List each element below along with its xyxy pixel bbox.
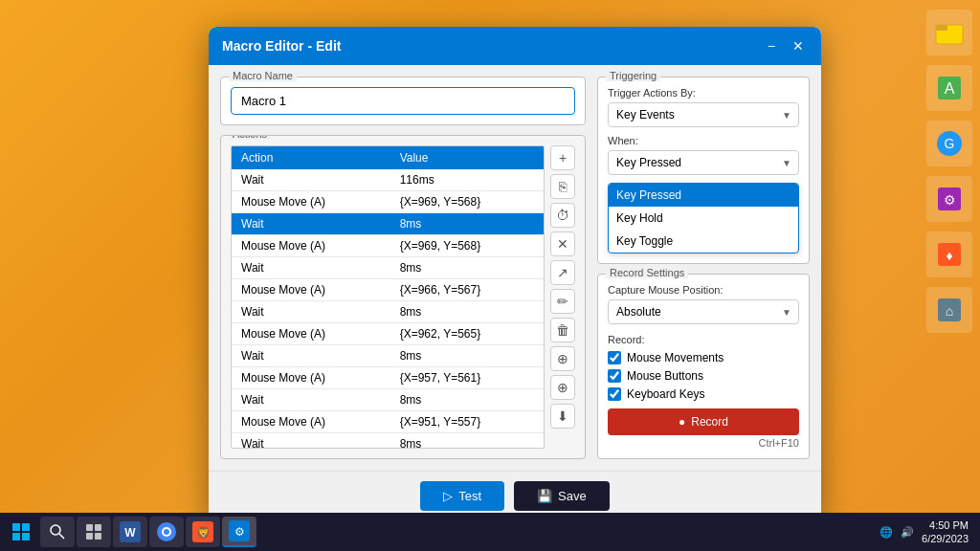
table-row[interactable]: Wait8ms bbox=[232, 257, 544, 279]
action-sidebar: + ⎘ ⏱ ✕ ↗ ✏ 🗑 ⊕ ⊕ ⬇ bbox=[550, 145, 575, 449]
dropdown-item-key-pressed[interactable]: Key Pressed bbox=[609, 184, 798, 207]
minimize-button[interactable]: − bbox=[762, 36, 781, 55]
modal-title: Macro Editor - Edit bbox=[222, 38, 341, 54]
table-row[interactable]: Mouse Move (A){X=969, Y=568} bbox=[232, 235, 544, 257]
edit-action-btn[interactable]: ✏ bbox=[550, 289, 575, 314]
keyboard-keys-checkbox[interactable] bbox=[608, 387, 621, 401]
mouse-buttons-label: Mouse Buttons bbox=[627, 369, 703, 383]
svg-text:W: W bbox=[124, 526, 136, 540]
table-row[interactable]: Mouse Move (A){X=951, Y=557} bbox=[232, 411, 544, 433]
bottom-btn[interactable]: ⬇ bbox=[550, 404, 575, 429]
svg-rect-13 bbox=[22, 523, 30, 531]
cell-value: 8ms bbox=[390, 433, 544, 450]
desktop-icon-4[interactable]: ⚙ bbox=[926, 176, 972, 222]
svg-rect-12 bbox=[12, 523, 20, 531]
close-button[interactable]: ✕ bbox=[789, 36, 808, 55]
mouse-movements-label: Mouse Movements bbox=[627, 351, 724, 364]
svg-rect-21 bbox=[95, 533, 101, 540]
modal-titlebar: Macro Editor - Edit − ✕ bbox=[209, 27, 821, 65]
desktop-icon-3[interactable]: G bbox=[926, 121, 972, 166]
triggering-section: Triggering Trigger Actions By: Key Event… bbox=[597, 77, 810, 264]
actions-section: Actions Action Value Wait116msMouse Move… bbox=[220, 135, 586, 459]
checkbox-keyboard-keys: Keyboard Keys bbox=[608, 387, 799, 401]
cell-value: {X=957, Y=561} bbox=[390, 367, 544, 389]
trigger-by-select[interactable]: Key Events Mouse Events Timer bbox=[608, 102, 799, 127]
record-shortcut: Ctrl+F10 bbox=[608, 437, 799, 449]
macro-name-label: Macro Name bbox=[229, 70, 297, 81]
capture-select-wrap: Absolute Relative ▼ bbox=[608, 299, 799, 324]
desktop-icon-2[interactable]: A bbox=[926, 65, 972, 111]
taskbar-brave[interactable]: 🦁 bbox=[186, 517, 220, 547]
cell-value: 8ms bbox=[390, 257, 544, 279]
cell-action: Wait bbox=[232, 433, 390, 450]
table-row[interactable]: Mouse Move (A){X=962, Y=565} bbox=[232, 323, 544, 345]
mouse-movements-checkbox[interactable] bbox=[608, 351, 621, 364]
mouse-buttons-checkbox[interactable] bbox=[608, 369, 621, 383]
clock-action-btn[interactable]: ⏱ bbox=[550, 203, 575, 228]
checkbox-mouse-buttons: Mouse Buttons bbox=[608, 369, 799, 383]
svg-point-16 bbox=[51, 525, 60, 535]
when-select[interactable]: Key Pressed Key Hold Key Toggle bbox=[608, 150, 799, 175]
cell-value: {X=969, Y=568} bbox=[390, 235, 544, 257]
macro-name-section: Macro Name bbox=[220, 77, 586, 125]
capture-select[interactable]: Absolute Relative bbox=[608, 299, 799, 324]
cell-action: Mouse Move (A) bbox=[232, 323, 390, 345]
scroll-up-btn[interactable]: ⊕ bbox=[550, 346, 575, 371]
save-button[interactable]: 💾 Save bbox=[514, 481, 610, 511]
copy-action-btn[interactable]: ⎘ bbox=[550, 174, 575, 199]
delete-action-btn[interactable]: 🗑 bbox=[550, 318, 575, 342]
table-row[interactable]: Mouse Move (A){X=957, Y=561} bbox=[232, 367, 544, 389]
dropdown-item-key-toggle[interactable]: Key Toggle bbox=[609, 230, 798, 253]
table-row[interactable]: Wait8ms bbox=[232, 433, 544, 450]
left-panel: Macro Name Actions Action Value bbox=[220, 77, 586, 459]
svg-line-17 bbox=[59, 534, 64, 539]
cell-action: Mouse Move (A) bbox=[232, 235, 390, 257]
test-button[interactable]: ▷ Test bbox=[420, 481, 504, 511]
svg-rect-14 bbox=[12, 533, 20, 540]
add-action-btn[interactable]: + bbox=[550, 145, 575, 170]
record-button[interactable]: ● Record bbox=[608, 408, 799, 435]
table-row[interactable]: Wait8ms bbox=[232, 213, 544, 235]
trigger-by-label: Trigger Actions By: bbox=[608, 87, 799, 99]
taskbar-clock: 4:50 PM 6/29/2023 bbox=[922, 518, 969, 546]
table-row[interactable]: Wait116ms bbox=[232, 169, 544, 191]
cell-value: {X=962, Y=565} bbox=[390, 323, 544, 345]
export-action-btn[interactable]: ↗ bbox=[550, 260, 575, 285]
svg-text:⌂: ⌂ bbox=[946, 303, 953, 319]
record-settings-section: Record Settings Capture Mouse Position: … bbox=[597, 274, 810, 459]
start-button[interactable] bbox=[4, 517, 38, 547]
actions-table-wrap[interactable]: Action Value Wait116msMouse Move (A){X=9… bbox=[231, 145, 545, 449]
capture-label: Capture Mouse Position: bbox=[608, 284, 799, 296]
svg-text:⚙: ⚙ bbox=[944, 192, 956, 208]
table-row[interactable]: Mouse Move (A){X=969, Y=568} bbox=[232, 191, 544, 213]
dropdown-item-key-hold[interactable]: Key Hold bbox=[609, 207, 798, 230]
taskbar-network-icon: 🌐 bbox=[880, 526, 893, 539]
triggering-label: Triggering bbox=[606, 70, 660, 81]
checkbox-mouse-movements: Mouse Movements bbox=[608, 351, 799, 364]
save-btn-label: Save bbox=[558, 489, 587, 503]
desktop-icon-6[interactable]: ⌂ bbox=[926, 287, 972, 333]
taskbar-taskview[interactable] bbox=[77, 517, 111, 547]
table-row[interactable]: Wait8ms bbox=[232, 301, 544, 323]
table-row[interactable]: Wait8ms bbox=[232, 345, 544, 367]
table-row[interactable]: Mouse Move (A){X=966, Y=567} bbox=[232, 279, 544, 301]
right-panel: Triggering Trigger Actions By: Key Event… bbox=[597, 77, 810, 459]
svg-text:A: A bbox=[945, 80, 955, 97]
taskbar-macro[interactable]: ⚙ bbox=[222, 517, 256, 547]
desktop-icons: A G ⚙ ♦ ⌂ bbox=[926, 10, 972, 333]
x-action-btn[interactable]: ✕ bbox=[550, 231, 575, 256]
desktop-icon-5[interactable]: ♦ bbox=[926, 231, 972, 277]
svg-text:⚙: ⚙ bbox=[234, 525, 245, 539]
record-btn-label: Record bbox=[691, 415, 728, 429]
taskbar-word[interactable]: W bbox=[113, 517, 147, 547]
cell-value: 8ms bbox=[390, 213, 544, 235]
svg-rect-15 bbox=[22, 533, 30, 540]
actions-label: Actions bbox=[229, 135, 271, 140]
scroll-down-btn[interactable]: ⊕ bbox=[550, 375, 575, 400]
taskbar-search[interactable] bbox=[40, 517, 75, 547]
macro-name-input[interactable] bbox=[231, 87, 575, 115]
table-row[interactable]: Wait8ms bbox=[232, 389, 544, 411]
desktop-icon-1[interactable] bbox=[926, 10, 972, 55]
taskbar-chrome[interactable] bbox=[149, 517, 184, 547]
cell-value: 8ms bbox=[390, 345, 544, 367]
